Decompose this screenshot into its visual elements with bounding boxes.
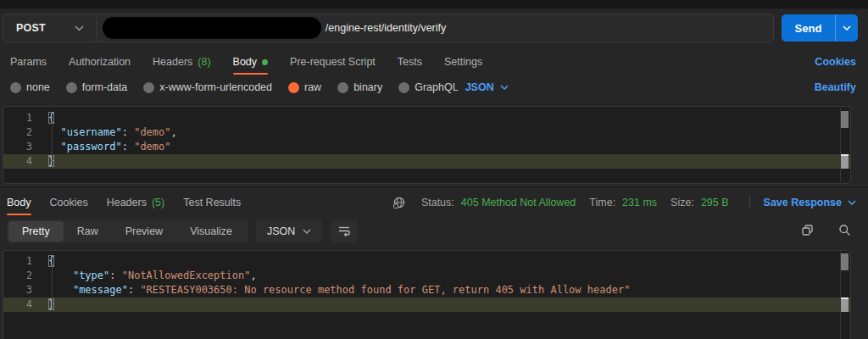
editor-scrollbar-thumb[interactable] bbox=[841, 111, 849, 128]
code-line-3[interactable]: 3 "password": "demo" bbox=[3, 140, 850, 154]
code-token: "NotAllowedException" bbox=[122, 270, 251, 281]
code-line-3[interactable]: 3 "message": "RESTEASY003650: No resourc… bbox=[3, 283, 850, 297]
cookies-link[interactable]: Cookies bbox=[815, 56, 856, 68]
body-mode-form-data[interactable]: form-data bbox=[66, 81, 128, 93]
response-status-group: Status: 405 Method Not Allowed Time: 231… bbox=[392, 196, 856, 209]
body-mode-x-www-form-urlencoded[interactable]: x-www-form-urlencoded bbox=[143, 81, 272, 93]
radio-icon bbox=[143, 82, 154, 93]
request-url-row: POST /engine-rest/identity/verify Send bbox=[0, 8, 868, 47]
code-line-4[interactable]: 4} bbox=[3, 297, 850, 312]
response-view-pretty[interactable]: Pretty bbox=[8, 221, 64, 242]
response-view-visualize[interactable]: Visualize bbox=[176, 221, 246, 242]
body-mode-graphql[interactable]: GraphQL bbox=[398, 81, 458, 93]
send-options-button[interactable] bbox=[835, 14, 858, 42]
response-tab-body[interactable]: Body bbox=[7, 190, 31, 215]
redacted-url-segment bbox=[103, 17, 321, 39]
response-view-toolbar: PrettyRawPreviewVisualize JSON bbox=[0, 215, 868, 247]
response-tab-cookies[interactable]: Cookies bbox=[50, 190, 88, 215]
response-view-switcher: PrettyRawPreviewVisualize bbox=[7, 220, 248, 243]
cursor-line-marker bbox=[841, 297, 849, 312]
window-top-strip bbox=[0, 0, 868, 8]
request-tab-authorization[interactable]: Authorization bbox=[69, 49, 131, 75]
code-token: : bbox=[122, 126, 134, 138]
body-mode-none[interactable]: none bbox=[10, 81, 50, 93]
request-tab-tests[interactable]: Tests bbox=[398, 49, 422, 75]
line-number: 2 bbox=[3, 269, 32, 283]
mode-label: x-www-form-urlencoded bbox=[159, 81, 272, 93]
request-tabs: ParamsAuthorizationHeaders(8)BodyPre-req… bbox=[10, 49, 482, 75]
method-label: POST bbox=[16, 22, 46, 34]
line-number: 4 bbox=[3, 297, 32, 312]
body-mode-binary[interactable]: binary bbox=[337, 81, 382, 93]
copy-icon bbox=[801, 224, 814, 239]
status-label: Status: bbox=[421, 197, 454, 208]
editor-scrollbar-thumb[interactable] bbox=[841, 253, 849, 270]
response-code-lines: 1{2 "type": "NotAllowedException",3 "mes… bbox=[3, 254, 850, 312]
code-text: "message": "RESTEASY003650: No resource … bbox=[32, 283, 630, 297]
time-value: 231 ms bbox=[622, 197, 657, 208]
code-line-1[interactable]: 1{ bbox=[3, 254, 850, 269]
url-path-text: /engine-rest/identity/verify bbox=[326, 22, 446, 34]
wrap-text-button[interactable] bbox=[331, 220, 358, 243]
code-line-2[interactable]: 2 "username": "demo", bbox=[3, 125, 850, 140]
body-mode-options: noneform-datax-www-form-urlencodedrawbin… bbox=[10, 81, 459, 93]
tab-count-badge: (5) bbox=[152, 197, 164, 208]
method-selector[interactable]: POST bbox=[3, 14, 97, 42]
code-token: "demo" bbox=[134, 141, 170, 153]
radio-icon bbox=[66, 82, 77, 93]
search-response-button[interactable] bbox=[831, 220, 858, 243]
code-line-4[interactable]: 4} bbox=[3, 154, 850, 169]
body-mode-row: noneform-datax-www-form-urlencodedrawbin… bbox=[0, 75, 868, 100]
response-tab-headers[interactable]: Headers(5) bbox=[107, 190, 165, 215]
request-tab-body[interactable]: Body bbox=[233, 49, 269, 75]
response-body-editor[interactable]: 1{2 "type": "NotAllowedException",3 "mes… bbox=[3, 250, 851, 339]
code-line-2[interactable]: 2 "type": "NotAllowedException", bbox=[3, 269, 850, 283]
radio-icon bbox=[10, 82, 21, 93]
request-tab-headers[interactable]: Headers(8) bbox=[153, 49, 211, 75]
beautify-link[interactable]: Beautify bbox=[815, 81, 856, 93]
time-label: Time: bbox=[589, 197, 615, 208]
indent-guide bbox=[52, 114, 53, 166]
radio-icon bbox=[337, 82, 348, 93]
response-view-raw[interactable]: Raw bbox=[64, 221, 112, 242]
mode-label: binary bbox=[353, 81, 382, 93]
tab-label: Headers bbox=[107, 197, 147, 208]
url-input[interactable]: /engine-rest/identity/verify bbox=[97, 14, 773, 42]
code-token: : bbox=[122, 141, 134, 153]
send-button[interactable]: Send bbox=[782, 14, 835, 42]
code-token: "demo" bbox=[134, 126, 170, 138]
tab-count-badge: (8) bbox=[198, 56, 210, 68]
chevron-down-icon bbox=[303, 229, 311, 234]
response-language-selector[interactable]: JSON bbox=[256, 220, 322, 243]
request-code-lines: 1{2 "username": "demo",3 "password": "de… bbox=[3, 111, 850, 169]
chevron-down-icon bbox=[848, 200, 856, 205]
unsaved-changes-dot-icon bbox=[262, 59, 268, 65]
request-body-editor[interactable]: 1{2 "username": "demo",3 "password": "de… bbox=[3, 106, 851, 184]
copy-response-button[interactable] bbox=[793, 220, 821, 243]
tab-label: Authorization bbox=[69, 56, 131, 68]
tab-label: Pre-request Script bbox=[290, 56, 376, 68]
body-mode-raw[interactable]: raw bbox=[288, 81, 321, 93]
globe-lock-icon bbox=[392, 197, 406, 209]
cursor-line-marker bbox=[841, 154, 849, 169]
chevron-down-icon bbox=[500, 85, 509, 90]
radio-icon bbox=[398, 82, 409, 93]
code-line-1[interactable]: 1{ bbox=[3, 111, 850, 125]
tab-label: Test Results bbox=[183, 197, 241, 208]
status-value: 405 Method Not Allowed bbox=[461, 197, 576, 208]
tab-label: Settings bbox=[444, 56, 482, 68]
line-number: 1 bbox=[3, 254, 32, 269]
tab-label: Params bbox=[10, 56, 47, 68]
code-token: , bbox=[250, 270, 256, 281]
tab-label: Headers bbox=[153, 56, 192, 68]
body-language-selector[interactable]: JSON bbox=[465, 81, 509, 93]
save-response-button[interactable]: Save Response bbox=[764, 197, 856, 208]
request-tab-settings[interactable]: Settings bbox=[444, 49, 482, 75]
request-tab-pre-request-script[interactable]: Pre-request Script bbox=[290, 49, 376, 75]
response-view-preview[interactable]: Preview bbox=[112, 221, 176, 242]
save-response-label: Save Response bbox=[764, 197, 842, 208]
code-token bbox=[48, 126, 60, 138]
response-tab-test-results[interactable]: Test Results bbox=[183, 190, 241, 215]
size-value: 295 B bbox=[701, 197, 729, 208]
request-tab-params[interactable]: Params bbox=[10, 49, 47, 75]
